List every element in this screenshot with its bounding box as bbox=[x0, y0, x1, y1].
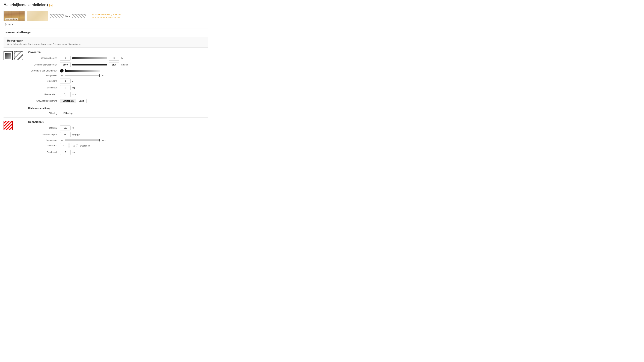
color-dot-left bbox=[60, 69, 64, 72]
cut1-passes-control: ▲ ▼ x progressiv bbox=[60, 143, 208, 148]
path-opt-btn-group: Empfohlen Basic bbox=[60, 99, 86, 103]
line-color-label: Zuordnung der Linienfarben bbox=[28, 69, 60, 72]
laser-settings-title: Lasereinstellungen bbox=[4, 30, 208, 34]
engrave-icon-lines bbox=[14, 51, 23, 60]
cut1-dwell-control: ms bbox=[60, 150, 208, 155]
passes-input[interactable] bbox=[60, 78, 71, 83]
path-opt-recommended-btn[interactable]: Empfohlen bbox=[60, 99, 76, 103]
intensity-min-input[interactable] bbox=[60, 56, 71, 60]
reset-standard-label: Auf Standard zurücksetzen bbox=[94, 16, 120, 19]
shortcut-badge: [s] bbox=[49, 3, 52, 6]
dithering-checkbox-label: Dithering bbox=[64, 112, 72, 115]
material-thumbnail-wood: Sperrholz Birke bbox=[4, 11, 25, 21]
dwell-input[interactable] bbox=[60, 85, 71, 90]
intensity-range-label: Intensitätsbereich bbox=[28, 57, 60, 59]
thickness-hatch-icon bbox=[50, 14, 64, 18]
engrave-settings: Gravieren Intensitätsbereich % Geschwind… bbox=[28, 50, 208, 115]
save-material-link[interactable]: ★ Materialeinstellung speichern bbox=[92, 13, 122, 16]
cut1-compressor-handle bbox=[100, 139, 100, 142]
material-thumbnail-light bbox=[27, 11, 48, 21]
compressor-label: Kompressor bbox=[28, 74, 60, 77]
reset-icon: ↺ bbox=[92, 16, 94, 19]
dithering-label: Dithering bbox=[28, 112, 60, 115]
reset-standard-link[interactable]: ↺ Auf Standard zurücksetzen bbox=[92, 16, 122, 19]
dwell-control: ms bbox=[60, 85, 208, 90]
cut1-speed-control: mm/min bbox=[60, 132, 208, 137]
cut1-dwell-input[interactable] bbox=[60, 150, 71, 155]
skip-row: Überspringen Ziehe Schneide- oder Gravie… bbox=[4, 37, 208, 48]
cut1-title: Schneiden 1 bbox=[28, 120, 208, 123]
line-spacing-control: mm bbox=[60, 92, 208, 97]
cut1-progressive-label: progressiv bbox=[80, 144, 90, 147]
skip-title: Überspringen bbox=[7, 39, 205, 42]
cut1-compressor-control: min max bbox=[60, 139, 208, 141]
cut1-speed-label: Geschwindigkeit bbox=[28, 133, 60, 136]
cut1-compressor-min-label: min bbox=[60, 139, 64, 141]
dwell-unit: ms bbox=[72, 86, 75, 89]
speed-max-input[interactable] bbox=[109, 62, 119, 67]
cut1-speed-unit: mm/min bbox=[72, 133, 80, 136]
info-button[interactable]: ⓘ Info ▾ bbox=[4, 23, 14, 26]
dithering-control: Dithering bbox=[60, 112, 208, 115]
info-chevron-icon: ▾ bbox=[12, 23, 13, 26]
cut1-passes-input[interactable] bbox=[60, 144, 68, 147]
cut1-operation-row: Schneiden 1 Intensität % Geschwindigkeit… bbox=[4, 118, 208, 158]
skip-description: Ziehe Schneide- oder Graviersymbole auf … bbox=[7, 43, 205, 45]
cut1-settings: Schneiden 1 Intensität % Geschwindigkeit… bbox=[28, 120, 208, 155]
thickness-value: 3 mm bbox=[65, 15, 71, 17]
bildvorverarbeitung-title: Bildvorverarbeitung bbox=[28, 107, 208, 109]
cut1-intensity-input[interactable] bbox=[60, 125, 71, 130]
path-opt-label: Gravurzeitoptimierung bbox=[28, 100, 60, 102]
material-name-label: Sperrholz Birke bbox=[5, 18, 18, 20]
cut1-passes-label: Durchläufe bbox=[28, 144, 60, 147]
info-icon: ⓘ bbox=[4, 23, 7, 26]
cut1-passes-down[interactable]: ▼ bbox=[68, 146, 70, 148]
save-material-label: Materialeinstellung speichern bbox=[95, 13, 122, 16]
cut1-compressor-label: Kompressor bbox=[28, 139, 60, 141]
cut1-intensity-control: % bbox=[60, 125, 208, 130]
intensity-max-input[interactable] bbox=[109, 56, 119, 60]
engrave-icons bbox=[4, 50, 25, 115]
action-links: ★ Materialeinstellung speichern ↺ Auf St… bbox=[92, 13, 122, 19]
header-divider bbox=[4, 28, 208, 28]
line-color-control bbox=[60, 69, 208, 72]
compressor-max-label: max bbox=[102, 74, 106, 77]
speed-range-track bbox=[72, 64, 107, 65]
star-icon: ★ bbox=[92, 13, 94, 16]
passes-label: Durchläufe bbox=[28, 80, 60, 82]
page-title: Material(benutzerdefiniert) bbox=[4, 3, 48, 7]
cut1-compressor-max-label: max bbox=[102, 139, 106, 141]
cut1-intensity-label: Intensität bbox=[28, 127, 60, 129]
cut1-compressor-track bbox=[65, 139, 100, 141]
cut1-passes-unit: x bbox=[74, 144, 75, 147]
cut1-passes-up[interactable]: ▲ bbox=[68, 143, 70, 146]
speed-min-input[interactable] bbox=[60, 62, 71, 67]
intensity-unit: % bbox=[121, 57, 128, 59]
dwell-label: Einstichzeit bbox=[28, 86, 60, 89]
cut1-progressive-checkbox[interactable] bbox=[76, 145, 78, 147]
cut1-icons bbox=[4, 120, 25, 155]
cut1-speed-input[interactable] bbox=[60, 132, 71, 137]
line-spacing-input[interactable] bbox=[60, 92, 71, 97]
cut1-intensity-unit: % bbox=[72, 127, 74, 129]
passes-control: x bbox=[60, 78, 208, 83]
color-track-handle bbox=[65, 69, 66, 72]
speed-range-control: mm/min bbox=[60, 62, 208, 67]
cut1-passes-spinner: ▲ ▼ bbox=[60, 143, 72, 148]
passes-unit: x bbox=[72, 80, 73, 82]
engrave-icon-photo bbox=[4, 51, 13, 60]
path-opt-control: Empfohlen Basic bbox=[60, 99, 208, 103]
info-label: Info bbox=[8, 23, 11, 26]
path-opt-basic-btn[interactable]: Basic bbox=[76, 99, 86, 103]
line-spacing-label: Linienabstand bbox=[28, 93, 60, 96]
compressor-handle bbox=[100, 74, 100, 77]
intensity-range-control: % bbox=[60, 56, 208, 60]
engrave-operation-row: Gravieren Intensitätsbereich % Geschwind… bbox=[4, 48, 208, 118]
cut1-dwell-label: Einstichzeit bbox=[28, 151, 60, 154]
speed-unit: mm/min bbox=[121, 63, 128, 66]
dithering-checkbox[interactable] bbox=[60, 112, 62, 114]
compressor-control: min max bbox=[60, 74, 208, 77]
speed-range-label: Geschwindigkeitsbereich bbox=[28, 63, 60, 66]
thickness-hatch-icon-right bbox=[72, 14, 86, 18]
line-spacing-unit: mm bbox=[72, 93, 76, 96]
